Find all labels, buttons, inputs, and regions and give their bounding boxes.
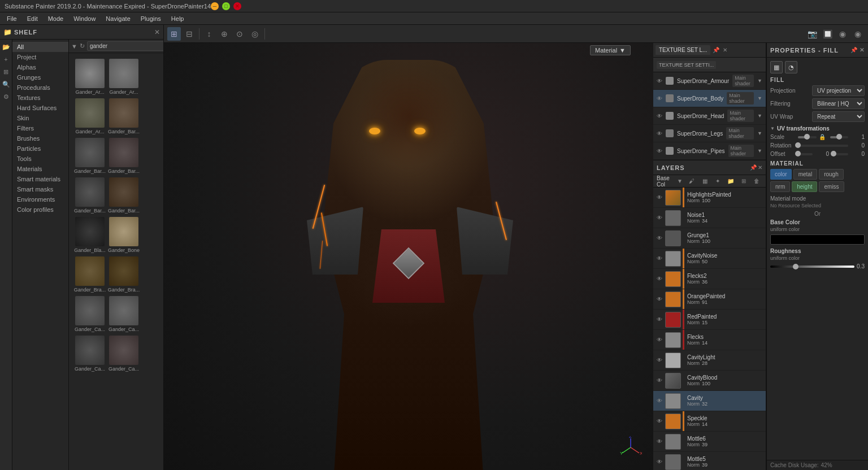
scale-slider-thumb[interactable] [804,134,810,140]
layers-delete-btn[interactable]: 🗑 [751,176,762,187]
shelf-item[interactable]: Gander_Ca... [73,295,106,333]
cat-hardsurfaces[interactable]: Hard Surfaces [12,103,68,113]
ts-vis-icon[interactable]: 👁 [657,78,662,84]
menu-edit[interactable]: Edit [23,14,42,23]
layer-vis-icon[interactable]: 👁 [656,214,663,222]
shelf-item[interactable]: Gander_Bra... [107,255,140,294]
layer-vis-icon[interactable]: 👁 [656,377,663,385]
render-btn-1[interactable]: 🔲 [821,27,834,41]
layers-close-icon[interactable]: ✕ [758,164,762,171]
menu-navigate[interactable]: Navigate [101,14,134,23]
shelf-item[interactable]: Gander_Ar... [73,97,106,136]
material-dropdown[interactable]: Material ▼ [590,45,631,55]
projection-select[interactable]: UV projection [812,85,865,96]
offset-slider-2[interactable] [834,153,848,155]
rotation-slider[interactable] [798,145,848,147]
add-btn[interactable]: ⊕ [218,27,231,41]
shelf-item[interactable]: Gander_Ca... [107,334,140,373]
cat-tools[interactable]: Tools [12,154,68,164]
ts-vis-icon[interactable]: 👁 [657,95,662,102]
orbit-btn[interactable]: ⊙ [233,27,246,41]
shelf-item[interactable]: Gander_Ca... [73,334,106,373]
cat-particles[interactable]: Particles [12,143,68,154]
menu-mode[interactable]: Mode [44,14,68,23]
layer-vis-icon[interactable]: 👁 [656,295,663,303]
shelf-icon-search[interactable]: 🔍 [1,79,11,89]
render-btn-2[interactable]: ◉ [836,27,849,41]
layer-flecks2[interactable]: 👁 Flecks2 Norm 36 [653,269,766,289]
cat-environments[interactable]: Environments [12,194,68,204]
ts-item-head[interactable]: 👁 SuperDrone_Head Main shader ▼ [653,107,766,125]
cat-skin[interactable]: Skin [12,113,68,123]
cat-smart-masks[interactable]: Smart masks [12,184,68,194]
layers-add-paint-btn[interactable]: 🖌 [686,176,697,187]
shelf-item[interactable]: Gander_Ca... [107,295,140,333]
cat-smart-materials[interactable]: Smart materials [12,174,68,184]
layer-orangepainted[interactable]: 👁 OrangePainted Norm 91 [653,289,766,310]
viewport[interactable]: Material ▼ X Y Z [164,43,653,470]
mat-btn-height[interactable]: height [792,181,817,192]
shelf-search-input[interactable] [87,41,163,51]
layer-vis-icon[interactable]: 👁 [656,336,663,344]
offset-thumb-2[interactable] [831,151,836,156]
ts-vis-icon[interactable]: 👁 [657,113,662,119]
ts-vis-icon[interactable]: 👁 [657,148,662,154]
cat-color-profiles[interactable]: Color profiles [12,204,68,215]
ts-tab-list[interactable]: TEXTURE SET L... [656,45,710,55]
render-btn-3[interactable]: ◉ [851,27,865,41]
shelf-item[interactable]: Gander_Bar... [107,176,140,215]
mat-btn-rough[interactable]: rough [819,169,844,180]
ts-pin-icon[interactable]: 📌 [711,46,721,54]
cat-procedurals[interactable]: Procedurals [12,82,68,93]
shelf-item[interactable]: Gander_Bar... [73,176,106,215]
layer-redpainted[interactable]: 👁 RedPainted Norm 15 [653,310,766,330]
layer-cavitylight[interactable]: 👁 CavityLight Norm 28 [653,350,766,371]
layout-btn-1[interactable]: ⊞ [167,27,181,41]
layer-cavityblood[interactable]: 👁 CavityBlood Norm 100 [653,371,766,391]
layer-vis-icon[interactable]: 👁 [656,438,663,446]
mat-btn-metal[interactable]: metal [793,169,817,180]
layer-mottle5[interactable]: 👁 Mottle5 Norm 39 [653,452,766,470]
props-pin-icon[interactable]: 📌 [850,47,858,53]
layers-add-folder-btn[interactable]: 📁 [725,176,736,187]
shelf-item[interactable]: Gander_Bar... [107,137,140,175]
layer-vis-icon[interactable]: 👁 [656,417,663,425]
layers-add-group-btn[interactable]: ⊞ [738,176,749,187]
layer-highlightspainted[interactable]: 👁 HighlightsPainted Norm 100 [653,188,766,208]
layer-vis-icon[interactable]: 👁 [656,255,663,263]
shelf-close-btn[interactable]: ✕ [154,28,160,36]
shelf-icon-browse[interactable]: 📂 [1,42,11,52]
shelf-item[interactable]: Gander_Bar... [107,97,140,136]
shelf-icon-add[interactable]: + [1,54,11,64]
shelf-item[interactable]: Gander_Bar... [73,137,106,175]
ts-item-legs[interactable]: 👁 SuperDrone_Legs Main shader ▼ [653,125,766,142]
ts-item-body[interactable]: 👁 SuperDrone_Body Main shader ▼ [653,90,766,107]
roughness-thumb[interactable] [793,264,798,269]
cat-alphas[interactable]: Alphas [12,62,68,72]
layer-speckle[interactable]: 👁 Speckle Norm 14 [653,411,766,432]
cat-textures[interactable]: Textures [12,93,68,103]
layer-vis-icon[interactable]: 👁 [656,194,663,202]
fill-icon-1[interactable]: ▦ [770,61,783,73]
offset-thumb-1[interactable] [795,151,801,156]
cat-brushes[interactable]: Brushes [12,133,68,143]
transform-btn[interactable]: ↕ [202,27,216,41]
layer-vis-icon[interactable]: 👁 [656,234,663,242]
layer-flecks[interactable]: 👁 Flecks Norm 14 [653,330,766,350]
cam-btn[interactable]: 📷 [805,27,819,41]
minimize-btn[interactable]: ─ [211,2,219,10]
layer-vis-icon[interactable]: 👁 [656,356,663,364]
shelf-item[interactable]: Gander_Ar... [73,58,106,96]
rotation-slider-thumb[interactable] [795,142,801,148]
cat-materials[interactable]: Materials [12,164,68,174]
shelf-item[interactable]: Gander_Ar... [107,58,140,96]
menu-help[interactable]: Help [167,14,189,23]
menu-file[interactable]: File [2,14,21,23]
scale-slider-thumb-2[interactable] [836,134,842,140]
layer-cavity[interactable]: 👁 Cavity Norm 32 [653,391,766,411]
scale-slider[interactable] [798,136,817,138]
roughness-slider[interactable] [770,266,854,268]
mat-btn-nrm[interactable]: nrm [770,181,790,192]
props-close-icon[interactable]: ✕ [860,47,865,53]
base-color-dropdown[interactable]: ▼ [677,178,683,184]
